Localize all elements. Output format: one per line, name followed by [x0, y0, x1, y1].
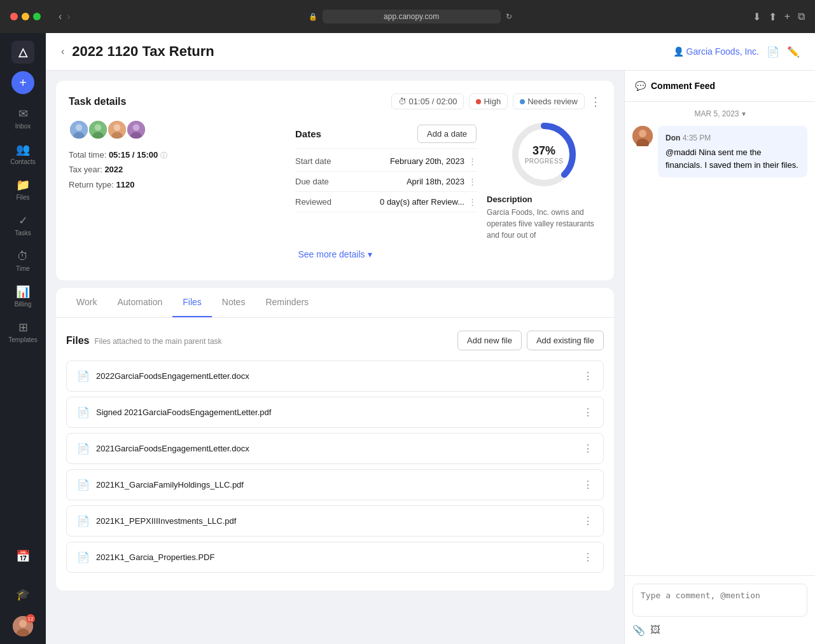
tab-automation[interactable]: Automation: [107, 288, 172, 317]
file-name: Signed 2021GarciaFoodsEngagementLetter.p…: [96, 408, 271, 417]
total-time-value: 05:15 / 15:00: [109, 150, 158, 160]
reviewed-more[interactable]: ⋮: [468, 197, 477, 207]
see-more-button[interactable]: See more details ▾: [298, 249, 372, 259]
progress-text: 37% PROGRESS: [525, 144, 564, 165]
comment-text: @maddi Nina sent me the financials. I sa…: [665, 147, 798, 170]
file-item-left: 📄 2021K1_GarciaFamilyHoldings_LLC.pdf: [77, 479, 244, 491]
sidebar-item-templates[interactable]: ⊞ Templates: [5, 315, 41, 348]
more-options-button[interactable]: ⋮: [590, 95, 601, 109]
file-item: 📄 2021K1_Garcia_Properties.PDF ⋮: [66, 542, 604, 573]
fullscreen-traffic-light[interactable]: [33, 13, 41, 20]
file-more-button[interactable]: ⋮: [583, 442, 593, 455]
svg-point-7: [95, 124, 102, 131]
attachment-icon[interactable]: 📎: [632, 624, 645, 636]
file-more-button[interactable]: ⋮: [583, 406, 593, 418]
total-time-label: Total time:: [69, 150, 106, 160]
contacts-icon: 👥: [16, 142, 30, 156]
add-date-button[interactable]: Add a date: [417, 125, 477, 143]
due-date-row: Due date April 18th, 2023 ⋮: [295, 172, 477, 192]
share-icon[interactable]: ⬆: [769, 11, 777, 23]
file-more-button[interactable]: ⋮: [583, 479, 593, 491]
sidebar-item-billing[interactable]: 📊 Billing: [5, 280, 41, 313]
priority-badge: High: [469, 93, 508, 109]
titlebar: ‹ › 🔒 app.canopy.com ↻ ⬇ ⬆ + ⧉: [0, 0, 815, 33]
progress-section: 37% PROGRESS Description Garcia Foods, I…: [487, 120, 601, 241]
file-more-button[interactable]: ⋮: [583, 515, 593, 527]
sidebar: △ + ✉ Inbox 👥 Contacts 📁 Files ✓ Tasks ⏱…: [0, 33, 46, 644]
comment-feed-body: MAR 5, 2023 ▾ D: [625, 102, 815, 575]
chevron-down-icon: ▾: [368, 249, 372, 259]
sidebar-item-label: Time: [16, 265, 30, 272]
back-button[interactable]: ‹: [61, 46, 64, 57]
sidebar-item-inbox[interactable]: ✉ Inbox: [5, 102, 41, 135]
file-name: 2022GarciaFoodsEngagementLetter.docx: [96, 371, 249, 381]
minimize-traffic-light[interactable]: [22, 13, 29, 20]
file-item-left: 📄 2021K1_Garcia_Properties.PDF: [77, 551, 214, 563]
dates-header-row: Dates Add a date: [295, 120, 477, 149]
comment-bubble: Don 4:35 PM @maddi Nina sent me the fina…: [632, 126, 807, 177]
svg-point-1: [19, 620, 27, 627]
comment-meta: Don 4:35 PM: [665, 132, 800, 144]
file-more-button[interactable]: ⋮: [583, 370, 593, 382]
notification-badge: 12: [26, 614, 35, 623]
comment-input[interactable]: [632, 584, 807, 617]
tabs-icon[interactable]: ⧉: [798, 11, 805, 23]
file-more-button[interactable]: ⋮: [583, 551, 593, 563]
tab-reminders[interactable]: Reminders: [255, 288, 319, 317]
file-item-left: 📄 Signed 2021GarciaFoodsEngagementLetter…: [77, 406, 271, 418]
client-link[interactable]: 👤 Garcia Foods, Inc.: [673, 46, 759, 57]
image-icon[interactable]: 🖼: [650, 624, 660, 636]
return-type-label: Return type:: [69, 180, 114, 189]
file-item: 📄 2022GarciaFoodsEngagementLetter.docx ⋮: [66, 360, 604, 392]
due-date-value: April 18th, 2023: [407, 177, 464, 186]
edit-icon[interactable]: ✏️: [787, 46, 800, 58]
sidebar-bottom: 📅 🎓 12: [5, 540, 41, 636]
download-icon[interactable]: ⬇: [753, 11, 761, 23]
tab-files[interactable]: Files: [172, 288, 212, 317]
app: △ + ✉ Inbox 👥 Contacts 📁 Files ✓ Tasks ⏱…: [0, 0, 815, 644]
sidebar-item-files[interactable]: 📁 Files: [5, 173, 41, 206]
close-traffic-light[interactable]: [10, 13, 18, 20]
task-body: Total time: 05:15 / 15:00 ⓘ Tax year: 20…: [69, 120, 601, 241]
add-button[interactable]: +: [11, 71, 34, 94]
due-date-more[interactable]: ⋮: [468, 177, 477, 186]
return-type-value: 1120: [116, 180, 134, 189]
sidebar-item-contacts[interactable]: 👥 Contacts: [5, 137, 41, 170]
header-actions: 👤 Garcia Foods, Inc. 📄 ✏️: [673, 46, 800, 58]
add-existing-file-button[interactable]: Add existing file: [527, 331, 604, 350]
sidebar-item-label: Inbox: [15, 123, 31, 130]
comment-feed-header: 💬 Comment Feed: [625, 71, 815, 102]
user-avatar-wrapper[interactable]: 12: [13, 616, 33, 636]
document-icon[interactable]: 📄: [767, 46, 779, 58]
add-new-file-button[interactable]: Add new file: [457, 331, 522, 350]
new-tab-icon[interactable]: +: [784, 11, 790, 23]
sidebar-item-graduation[interactable]: 🎓: [5, 578, 41, 611]
comment-feed: 💬 Comment Feed MAR 5, 2023 ▾: [624, 71, 815, 644]
sidebar-item-calendar[interactable]: 📅: [5, 540, 41, 573]
tabs-content: Files Files attached to the main parent …: [56, 318, 614, 591]
refresh-icon[interactable]: ↻: [506, 12, 512, 21]
sidebar-item-tasks[interactable]: ✓ Tasks: [5, 209, 41, 242]
time-badge: ⏱ 01:05 / 02:00: [391, 93, 464, 109]
tasks-icon: ✓: [18, 214, 28, 228]
priority-dot: [476, 99, 481, 104]
sidebar-item-time[interactable]: ⏱ Time: [5, 244, 41, 277]
forward-nav-icon[interactable]: ›: [67, 11, 70, 22]
task-left: Total time: 05:15 / 15:00 ⓘ Tax year: 20…: [69, 120, 285, 241]
reviewed-value: 0 day(s) after Review...: [380, 197, 464, 207]
file-item-left: 📄 2021GarciaFoodsEngagementLetter.docx: [77, 442, 249, 455]
graduation-icon: 🎓: [16, 587, 30, 601]
pdf-icon: 📄: [77, 406, 90, 418]
address-bar[interactable]: app.canopy.com: [323, 10, 501, 24]
tabs-header: Work Automation Files Notes Reminders: [56, 288, 614, 318]
tab-notes[interactable]: Notes: [212, 288, 256, 317]
sidebar-item-label: Templates: [8, 336, 38, 343]
comment-author: Don: [665, 134, 680, 142]
tax-year-value: 2022: [104, 165, 123, 174]
start-date-more[interactable]: ⋮: [468, 156, 477, 166]
docx-icon: 📄: [77, 442, 90, 455]
back-nav-icon[interactable]: ‹: [59, 11, 62, 22]
tab-work[interactable]: Work: [66, 288, 107, 317]
file-name: 2021K1_PEPXIIIInvestments_LLC.pdf: [96, 516, 236, 526]
description-text: Garcia Foods, Inc. owns and operates fii…: [487, 207, 601, 241]
